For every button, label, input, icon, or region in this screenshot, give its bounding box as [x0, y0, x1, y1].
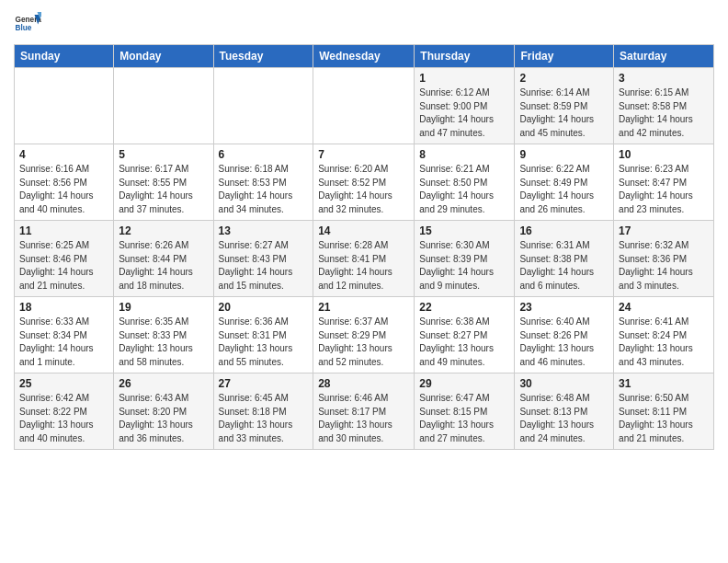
calendar-day-cell: 22Sunrise: 6:38 AMSunset: 8:27 PMDayligh…	[415, 297, 515, 373]
day-number: 3	[619, 72, 709, 85]
calendar-week-row: 25Sunrise: 6:42 AMSunset: 8:22 PMDayligh…	[15, 373, 714, 450]
calendar-week-row: 18Sunrise: 6:33 AMSunset: 8:34 PMDayligh…	[15, 297, 714, 373]
calendar-day-cell: 4Sunrise: 6:16 AMSunset: 8:56 PMDaylight…	[15, 144, 114, 221]
day-info: Sunrise: 6:26 AMSunset: 8:44 PMDaylight:…	[119, 239, 208, 293]
calendar-day-cell: 8Sunrise: 6:21 AMSunset: 8:50 PMDaylight…	[415, 144, 515, 221]
day-info: Sunrise: 6:12 AMSunset: 9:00 PMDaylight:…	[419, 86, 509, 140]
empty-cell	[15, 68, 114, 144]
calendar-day-cell: 13Sunrise: 6:27 AMSunset: 8:43 PMDayligh…	[213, 221, 313, 297]
calendar-week-row: 4Sunrise: 6:16 AMSunset: 8:56 PMDaylight…	[15, 144, 714, 221]
calendar-day-cell: 27Sunrise: 6:45 AMSunset: 8:18 PMDayligh…	[213, 373, 313, 450]
calendar-day-cell: 10Sunrise: 6:23 AMSunset: 8:47 PMDayligh…	[614, 144, 714, 221]
day-info: Sunrise: 6:43 AMSunset: 8:20 PMDaylight:…	[119, 392, 208, 445]
day-info: Sunrise: 6:50 AMSunset: 8:11 PMDaylight:…	[619, 392, 709, 445]
calendar-day-cell: 25Sunrise: 6:42 AMSunset: 8:22 PMDayligh…	[15, 373, 114, 450]
day-info: Sunrise: 6:27 AMSunset: 8:43 PMDaylight:…	[219, 239, 309, 293]
day-number: 1	[419, 72, 509, 85]
day-number: 31	[619, 377, 709, 390]
day-number: 6	[219, 148, 309, 161]
day-number: 19	[119, 301, 208, 314]
calendar-day-cell: 3Sunrise: 6:15 AMSunset: 8:58 PMDaylight…	[614, 68, 714, 144]
calendar-day-cell: 18Sunrise: 6:33 AMSunset: 8:34 PMDayligh…	[15, 297, 114, 373]
day-info: Sunrise: 6:30 AMSunset: 8:39 PMDaylight:…	[419, 239, 509, 293]
day-number: 22	[419, 301, 509, 314]
calendar-day-cell: 30Sunrise: 6:48 AMSunset: 8:13 PMDayligh…	[515, 373, 614, 450]
calendar-day-cell: 29Sunrise: 6:47 AMSunset: 8:15 PMDayligh…	[415, 373, 515, 450]
day-number: 20	[219, 301, 309, 314]
day-number: 4	[19, 148, 108, 161]
calendar-day-cell: 26Sunrise: 6:43 AMSunset: 8:20 PMDayligh…	[114, 373, 213, 450]
calendar-day-cell: 1Sunrise: 6:12 AMSunset: 9:00 PMDaylight…	[415, 68, 515, 144]
calendar-day-cell: 19Sunrise: 6:35 AMSunset: 8:33 PMDayligh…	[114, 297, 213, 373]
logo-icon: General Blue	[14, 9, 41, 37]
day-info: Sunrise: 6:31 AMSunset: 8:38 PMDaylight:…	[519, 239, 609, 293]
calendar-day-cell: 17Sunrise: 6:32 AMSunset: 8:36 PMDayligh…	[614, 221, 714, 297]
logo: General Blue	[14, 9, 45, 37]
day-number: 18	[19, 301, 108, 314]
day-number: 26	[119, 377, 208, 390]
calendar-day-cell: 5Sunrise: 6:17 AMSunset: 8:55 PMDaylight…	[114, 144, 213, 221]
calendar-day-cell: 16Sunrise: 6:31 AMSunset: 8:38 PMDayligh…	[515, 221, 614, 297]
day-number: 25	[19, 377, 108, 390]
calendar-day-cell: 2Sunrise: 6:14 AMSunset: 8:59 PMDaylight…	[515, 68, 614, 144]
day-info: Sunrise: 6:15 AMSunset: 8:58 PMDaylight:…	[619, 86, 709, 140]
weekday-header-row: SundayMondayTuesdayWednesdayThursdayFrid…	[15, 45, 714, 68]
weekday-header: Sunday	[15, 45, 114, 68]
day-number: 24	[619, 301, 709, 314]
calendar-day-cell: 20Sunrise: 6:36 AMSunset: 8:31 PMDayligh…	[213, 297, 313, 373]
calendar-day-cell: 9Sunrise: 6:22 AMSunset: 8:49 PMDaylight…	[515, 144, 614, 221]
calendar-week-row: 1Sunrise: 6:12 AMSunset: 9:00 PMDaylight…	[15, 68, 714, 144]
day-number: 13	[219, 224, 309, 237]
empty-cell	[313, 68, 415, 144]
day-info: Sunrise: 6:38 AMSunset: 8:27 PMDaylight:…	[419, 316, 509, 369]
day-info: Sunrise: 6:16 AMSunset: 8:56 PMDaylight:…	[19, 163, 108, 216]
calendar-week-row: 11Sunrise: 6:25 AMSunset: 8:46 PMDayligh…	[15, 221, 714, 297]
weekday-header: Friday	[515, 45, 614, 68]
day-info: Sunrise: 6:17 AMSunset: 8:55 PMDaylight:…	[119, 163, 208, 216]
day-number: 2	[519, 72, 609, 85]
day-number: 21	[318, 301, 409, 314]
day-info: Sunrise: 6:14 AMSunset: 8:59 PMDaylight:…	[519, 86, 609, 140]
calendar-day-cell: 11Sunrise: 6:25 AMSunset: 8:46 PMDayligh…	[15, 221, 114, 297]
day-info: Sunrise: 6:28 AMSunset: 8:41 PMDaylight:…	[318, 239, 409, 293]
day-number: 29	[419, 377, 509, 390]
day-number: 28	[318, 377, 409, 390]
calendar-day-cell: 6Sunrise: 6:18 AMSunset: 8:53 PMDaylight…	[213, 144, 313, 221]
calendar-day-cell: 14Sunrise: 6:28 AMSunset: 8:41 PMDayligh…	[313, 221, 415, 297]
day-number: 14	[318, 224, 409, 237]
day-info: Sunrise: 6:20 AMSunset: 8:52 PMDaylight:…	[318, 163, 409, 216]
header: General Blue	[14, 9, 714, 37]
calendar-table: SundayMondayTuesdayWednesdayThursdayFrid…	[14, 44, 714, 450]
main-container: General Blue SundayMondayTuesdayWednesda…	[0, 0, 728, 459]
day-info: Sunrise: 6:36 AMSunset: 8:31 PMDaylight:…	[219, 316, 309, 369]
calendar-day-cell: 28Sunrise: 6:46 AMSunset: 8:17 PMDayligh…	[313, 373, 415, 450]
svg-text:Blue: Blue	[16, 24, 32, 32]
day-info: Sunrise: 6:47 AMSunset: 8:15 PMDaylight:…	[419, 392, 509, 445]
day-number: 27	[219, 377, 309, 390]
day-info: Sunrise: 6:41 AMSunset: 8:24 PMDaylight:…	[619, 316, 709, 369]
weekday-header: Wednesday	[313, 45, 415, 68]
calendar-day-cell: 24Sunrise: 6:41 AMSunset: 8:24 PMDayligh…	[614, 297, 714, 373]
day-number: 9	[519, 148, 609, 161]
day-info: Sunrise: 6:18 AMSunset: 8:53 PMDaylight:…	[219, 163, 309, 216]
empty-cell	[114, 68, 213, 144]
day-number: 10	[619, 148, 709, 161]
day-number: 15	[419, 224, 509, 237]
day-number: 12	[119, 224, 208, 237]
calendar-day-cell: 7Sunrise: 6:20 AMSunset: 8:52 PMDaylight…	[313, 144, 415, 221]
day-info: Sunrise: 6:25 AMSunset: 8:46 PMDaylight:…	[19, 239, 108, 293]
calendar-day-cell: 15Sunrise: 6:30 AMSunset: 8:39 PMDayligh…	[415, 221, 515, 297]
day-number: 17	[619, 224, 709, 237]
day-info: Sunrise: 6:40 AMSunset: 8:26 PMDaylight:…	[519, 316, 609, 369]
day-info: Sunrise: 6:23 AMSunset: 8:47 PMDaylight:…	[619, 163, 709, 216]
weekday-header: Monday	[114, 45, 213, 68]
day-info: Sunrise: 6:21 AMSunset: 8:50 PMDaylight:…	[419, 163, 509, 216]
calendar-day-cell: 23Sunrise: 6:40 AMSunset: 8:26 PMDayligh…	[515, 297, 614, 373]
day-number: 23	[519, 301, 609, 314]
day-info: Sunrise: 6:22 AMSunset: 8:49 PMDaylight:…	[519, 163, 609, 216]
day-info: Sunrise: 6:37 AMSunset: 8:29 PMDaylight:…	[318, 316, 409, 369]
weekday-header: Thursday	[415, 45, 515, 68]
day-info: Sunrise: 6:42 AMSunset: 8:22 PMDaylight:…	[19, 392, 108, 445]
calendar-day-cell: 21Sunrise: 6:37 AMSunset: 8:29 PMDayligh…	[313, 297, 415, 373]
day-info: Sunrise: 6:45 AMSunset: 8:18 PMDaylight:…	[219, 392, 309, 445]
